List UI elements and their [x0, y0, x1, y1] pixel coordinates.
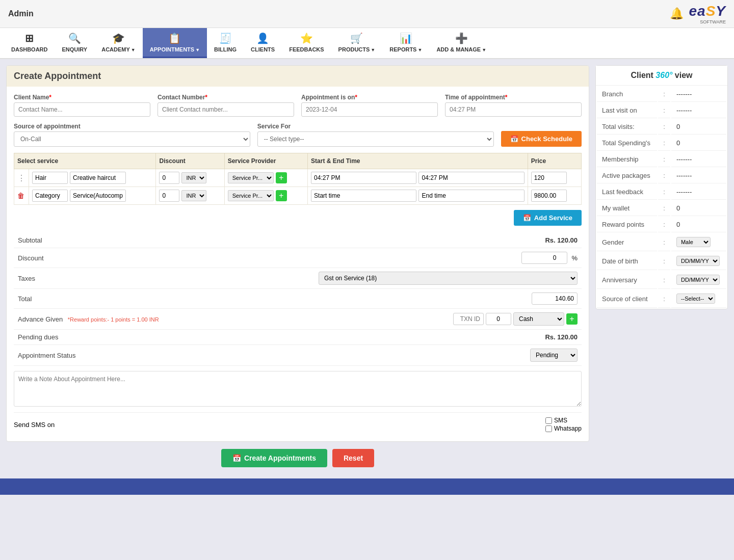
create-appointments-button[interactable]: 📅 Create Appointments — [221, 449, 327, 467]
client360-select[interactable]: MaleFemaleOther — [676, 237, 711, 247]
note-textarea[interactable] — [14, 371, 582, 407]
top-bar: Admin 🔔 eaSY SOFTWARE — [0, 0, 734, 28]
client360-value-cell: ------- — [671, 184, 726, 200]
client360-row: Gender : MaleFemaleOther — [597, 233, 726, 251]
end-time-input[interactable] — [418, 172, 524, 184]
service-name-input[interactable] — [70, 172, 126, 184]
reward-info: *Reward points:- 1 points = 1.00 INR — [68, 316, 159, 323]
delete-service-button[interactable]: 🗑 — [17, 192, 24, 200]
discount-cell: % — [314, 248, 582, 268]
nav-item-clients[interactable]: 👤CLIENTS — [244, 28, 282, 58]
price-input[interactable] — [531, 172, 567, 184]
client360-select[interactable]: --Select-- — [676, 294, 715, 304]
client360-label: Last visit on — [597, 103, 657, 118]
client360-select[interactable]: DD/MM/YY — [676, 275, 720, 285]
appt-status-select[interactable]: PendingConfirmedCompletedCancelled — [530, 349, 578, 362]
dashboard-nav-label: DASHBOARD — [11, 46, 48, 52]
client360-value: 0 — [676, 221, 680, 228]
service-category-input[interactable] — [32, 190, 68, 202]
whatsapp-checkbox-label[interactable]: Whatsapp — [545, 425, 582, 432]
reset-button[interactable]: Reset — [332, 449, 374, 467]
client360-value-cell: ------- — [671, 87, 726, 102]
provider-select[interactable]: Service Pr... — [228, 172, 274, 183]
discount-input[interactable] — [159, 190, 179, 202]
end-time-input[interactable] — [418, 190, 524, 202]
th-price: Price — [528, 153, 581, 169]
advance-add-button[interactable]: + — [566, 313, 578, 325]
check-schedule-group: 📅 Check Schedule — [501, 131, 582, 147]
nav-item-academy[interactable]: 🎓ACADEMY▼ — [94, 28, 143, 58]
drag-handle[interactable]: ⋮ — [17, 174, 25, 182]
client360-value-cell: DD/MM/YY — [671, 271, 726, 289]
client360-label: Total visits: — [597, 119, 657, 135]
advance-amount-input[interactable] — [486, 313, 511, 325]
nav-item-add-manage[interactable]: ➕ADD & MANAGE▼ — [429, 28, 493, 58]
nav-item-appointments[interactable]: 📋APPOINTMENTS▼ — [143, 28, 207, 58]
nav-item-feedbacks[interactable]: ⭐FEEDBACKS — [282, 28, 331, 58]
client360-select[interactable]: DD/MM/YY — [676, 256, 720, 266]
discount-input[interactable] — [159, 172, 179, 184]
advance-method-select[interactable]: CashCardUPINet Banking — [513, 312, 564, 326]
total-cell — [314, 289, 582, 309]
nav-item-billing[interactable]: 🧾BILLING — [207, 28, 244, 58]
client360-row: Anniversary : DD/MM/YY — [597, 271, 726, 289]
appt-status-row: Appointment Status PendingConfirmedCompl… — [14, 345, 582, 366]
client360-value: ------- — [676, 172, 692, 179]
whatsapp-checkbox[interactable] — [545, 425, 552, 432]
start-time-input[interactable] — [311, 172, 416, 184]
service-drag-cell: ⋮ — [14, 169, 29, 187]
service-provider-cell: Service Pr... + — [224, 169, 307, 187]
nav-item-reports[interactable]: 📊REPORTS▼ — [382, 28, 429, 58]
academy-nav-icon: 🎓 — [112, 32, 125, 44]
add-service-button[interactable]: 📅 Add Service — [514, 210, 582, 226]
discount-input[interactable] — [521, 252, 567, 264]
appointment-on-input[interactable] — [301, 102, 438, 117]
contact-number-input[interactable] — [158, 102, 294, 117]
right-panel: Client 360° view Branch : ------- Last v… — [595, 65, 728, 467]
bell-icon[interactable]: 🔔 — [670, 7, 684, 20]
client360-value: 0 — [676, 204, 680, 212]
client360-label: My wallet — [597, 201, 657, 216]
client360-label: Gender — [597, 233, 657, 251]
currency-select[interactable]: INR — [181, 172, 206, 183]
nav-item-dashboard[interactable]: ⊞DASHBOARD — [4, 28, 55, 58]
source-select[interactable]: On-CallWalk-inOnlinePhone — [14, 131, 250, 147]
sms-checkbox[interactable] — [545, 417, 552, 424]
nav-item-enquiry[interactable]: 🔍ENQUIRY — [55, 28, 95, 58]
client360-colon: : — [658, 290, 670, 308]
client360-row: Date of birth : DD/MM/YY — [597, 252, 726, 270]
client360-value-cell: --Select-- — [671, 290, 726, 308]
provider-add-button[interactable]: + — [276, 172, 287, 183]
provider-add-button[interactable]: + — [276, 190, 287, 201]
academy-nav-label: ACADEMY▼ — [101, 46, 136, 52]
start-time-input[interactable] — [311, 190, 416, 202]
service-for-select[interactable]: -- Select type--MaleFemaleKids — [257, 131, 494, 147]
total-input[interactable] — [532, 292, 578, 305]
client360-value: ------- — [676, 155, 692, 163]
service-time-cell — [308, 187, 528, 205]
client360-row: Branch : ------- — [597, 87, 726, 102]
summary-table: Subtotal Rs. 120.00 Discount % Taxes — [14, 233, 582, 366]
reports-nav-icon: 📊 — [400, 32, 412, 44]
check-schedule-button[interactable]: 📅 Check Schedule — [501, 131, 582, 147]
sms-checkbox-label[interactable]: SMS — [545, 417, 582, 424]
price-input[interactable] — [531, 190, 567, 202]
service-category-input[interactable] — [32, 172, 68, 184]
nav-item-products[interactable]: 🛒PRODUCTS▼ — [331, 28, 383, 58]
client360-colon: : — [658, 168, 670, 183]
txn-id-input[interactable] — [453, 313, 484, 325]
clients-nav-label: CLIENTS — [251, 46, 275, 52]
products-nav-label: PRODUCTS▼ — [338, 46, 376, 52]
taxes-select[interactable]: Gst on Service (18)No Tax — [319, 272, 578, 285]
left-panel: Create Appointment Client Name* Contact … — [6, 65, 589, 467]
service-name-input[interactable] — [70, 190, 126, 202]
provider-select[interactable]: Service Pr... — [228, 190, 274, 201]
service-price-cell — [528, 187, 581, 205]
client360-value-cell: ------- — [671, 168, 726, 183]
currency-select[interactable]: INR — [181, 190, 206, 201]
service-provider-cell: Service Pr... + — [224, 187, 307, 205]
logo-text: eaSY — [689, 3, 726, 19]
client-name-input[interactable] — [14, 102, 150, 117]
client360-value: ------- — [676, 90, 692, 98]
time-input[interactable] — [445, 102, 582, 117]
